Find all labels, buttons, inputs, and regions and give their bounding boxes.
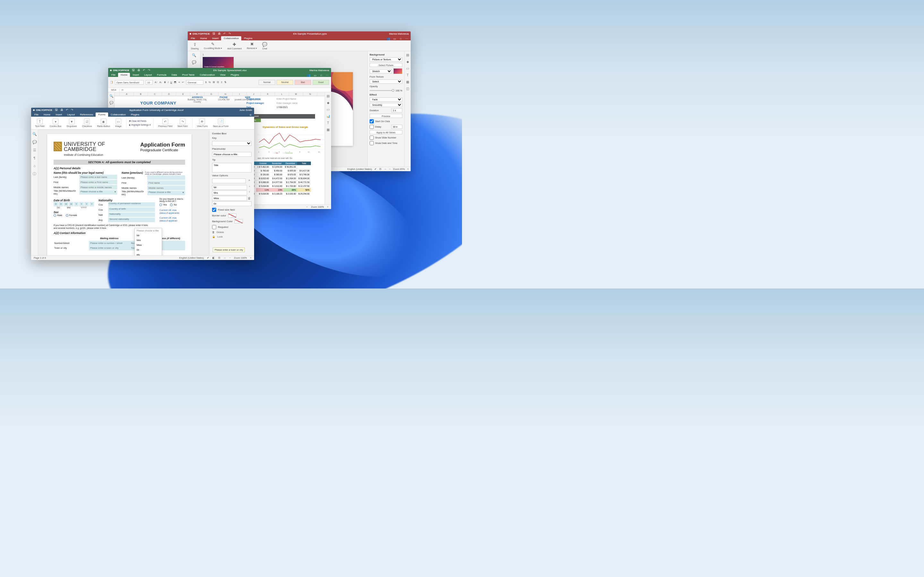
menu-collab[interactable]: Collaboration xyxy=(197,73,218,77)
fit-icon[interactable]: ⊡ xyxy=(218,256,220,259)
redo-icon[interactable]: ↷ xyxy=(71,108,73,111)
delete-option-icon[interactable]: 🗑 xyxy=(247,197,252,200)
more-icon[interactable]: ⋯ xyxy=(326,74,328,77)
info-icon[interactable]: ⓘ xyxy=(33,171,36,176)
users-icon[interactable]: 👥 xyxy=(307,74,310,77)
option-mr[interactable] xyxy=(212,185,247,190)
zoom-out[interactable]: − xyxy=(389,168,391,171)
preview-button[interactable]: Preview xyxy=(370,114,402,118)
style-bad[interactable]: Bad xyxy=(294,80,311,85)
ribbon-checkbox[interactable]: ☑Checkbox xyxy=(80,119,94,127)
zoom-out[interactable]: − xyxy=(306,205,308,208)
users-icon[interactable]: 👥 xyxy=(387,37,390,40)
fit-icon[interactable]: ⊡ xyxy=(379,168,381,171)
menu-file[interactable]: File xyxy=(188,36,198,40)
menu-plugins[interactable]: Plugins xyxy=(241,36,255,40)
undo-icon[interactable]: ↶ xyxy=(143,69,145,72)
image-icon[interactable]: ▭ xyxy=(406,67,409,70)
search-icon[interactable]: 🔍 xyxy=(110,94,113,98)
menu-plugins[interactable]: Plugins xyxy=(128,113,142,117)
radio-visa-yes[interactable]: Yes xyxy=(160,203,167,206)
ribbon-sharing[interactable]: ⇪Sharing xyxy=(191,42,199,50)
texture-select[interactable]: Select xyxy=(370,79,402,84)
headings-icon[interactable]: ¶ xyxy=(34,156,36,160)
ribbon-radio[interactable]: ◉Radio Button xyxy=(95,119,112,127)
menu-home[interactable]: Home xyxy=(41,113,53,117)
chart-icon[interactable]: ◫ xyxy=(406,87,409,90)
bold-icon[interactable]: B xyxy=(164,81,166,84)
visa-status-1[interactable]: Current UK visa status,if applicable: xyxy=(160,209,185,214)
image-icon[interactable]: ▭ xyxy=(326,108,330,111)
menu-layout[interactable]: Layout xyxy=(142,73,154,77)
add-option-button[interactable]: + xyxy=(247,179,252,183)
mail-town-input[interactable]: Please enter a town or city xyxy=(89,245,129,250)
firstname-input[interactable] xyxy=(79,180,117,184)
menu-references[interactable]: References xyxy=(78,113,95,117)
fixed-size-check[interactable] xyxy=(212,208,216,212)
sort-icon[interactable]: ⇅ xyxy=(224,81,226,84)
key-select[interactable] xyxy=(212,141,252,146)
clear-fields-button[interactable]: ✖ Clear All Fields xyxy=(129,120,151,122)
menu-plugins[interactable]: Plugins xyxy=(228,73,242,77)
dropdown-opt-mr[interactable]: Mr xyxy=(135,233,162,238)
redo-icon[interactable]: ↷ xyxy=(228,32,231,35)
menu-home[interactable]: Home xyxy=(118,73,130,77)
duration-input[interactable] xyxy=(391,108,402,113)
second-nat-input[interactable]: Second nationality xyxy=(108,218,155,222)
status-lang[interactable]: English (United States) xyxy=(347,168,372,171)
fill-select[interactable]: Picture or Texture xyxy=(370,57,402,61)
star-icon[interactable]: ☆ xyxy=(320,74,322,77)
fx-icon[interactable]: fx xyxy=(120,89,126,91)
title-combo[interactable]: Please choose a title xyxy=(79,190,117,195)
sum-icon[interactable]: Σ xyxy=(221,81,223,84)
zoom-in[interactable]: + xyxy=(250,256,252,259)
lastname-input[interactable] xyxy=(79,175,117,179)
shape-icon[interactable]: ◆ xyxy=(407,60,409,63)
fontsize-select[interactable]: 10 xyxy=(145,80,153,85)
menu-view[interactable]: View xyxy=(218,73,228,77)
menu-insert[interactable]: Insert xyxy=(130,73,142,77)
wrap-icon[interactable]: ↩ xyxy=(182,81,184,84)
start-onclick-check[interactable] xyxy=(370,119,374,123)
menu-data[interactable]: Data xyxy=(169,73,180,77)
fit-width-icon[interactable]: ↔ xyxy=(384,168,387,171)
copy-icon[interactable]: 📋 xyxy=(110,81,113,84)
menu-formula[interactable]: Formula xyxy=(154,73,169,77)
middlename-input[interactable] xyxy=(79,185,117,189)
comments-icon[interactable]: 💬 xyxy=(32,140,37,144)
ribbon-view[interactable]: 👁View Form xyxy=(195,119,210,127)
zoom-in[interactable]: + xyxy=(327,205,328,208)
star-icon[interactable]: ☆ xyxy=(399,37,402,40)
texture-swatch[interactable] xyxy=(393,68,402,74)
inc-font-icon[interactable]: A↑ xyxy=(155,81,158,84)
radio-visa-no[interactable]: No xyxy=(170,203,177,206)
move-down-icon[interactable]: ˅ xyxy=(247,191,252,195)
search-icon[interactable]: 🔍 xyxy=(192,53,196,58)
slide-settings-icon[interactable]: ▤ xyxy=(406,53,409,57)
print-icon[interactable]: 🖶 xyxy=(137,69,140,72)
chat-icon[interactable]: ⌂ xyxy=(33,164,36,168)
show-date-check[interactable] xyxy=(370,141,374,145)
mail-street-input[interactable]: Please enter a number / street xyxy=(89,241,129,245)
cell-settings-icon[interactable]: ▤ xyxy=(326,94,330,98)
menu-insert[interactable]: Insert xyxy=(210,36,221,40)
underline-icon[interactable]: U xyxy=(170,81,172,84)
style-neutral[interactable]: Neutral xyxy=(276,80,293,85)
dropdown-opt-miss[interactable]: Miss xyxy=(135,243,162,247)
lock-action[interactable]: 🔒Lock xyxy=(212,235,252,238)
prev-firstname-input[interactable] xyxy=(147,181,185,185)
align-mid-icon[interactable]: ≡ xyxy=(178,81,180,84)
redo-icon[interactable]: ↷ xyxy=(148,69,150,72)
dropdown-opt-dr[interactable]: Dr xyxy=(135,247,162,252)
delay-check[interactable] xyxy=(370,125,374,129)
nav-icon[interactable]: ☰ xyxy=(33,148,36,152)
show-number-check[interactable] xyxy=(370,135,374,140)
ribbon-textfield[interactable]: TText Field xyxy=(33,119,47,127)
undo-icon[interactable]: ↶ xyxy=(223,32,226,35)
effect-select[interactable]: Fade xyxy=(370,97,402,102)
text-icon[interactable]: T xyxy=(327,121,329,125)
ribbon-coedit[interactable]: ✎Co-editing Mode ▾ xyxy=(204,42,222,50)
dropdown-opt-mrs[interactable]: Mrs xyxy=(135,238,162,243)
birth-country-input[interactable]: Country of birth xyxy=(108,207,155,212)
zoom-out[interactable]: − xyxy=(229,256,231,259)
